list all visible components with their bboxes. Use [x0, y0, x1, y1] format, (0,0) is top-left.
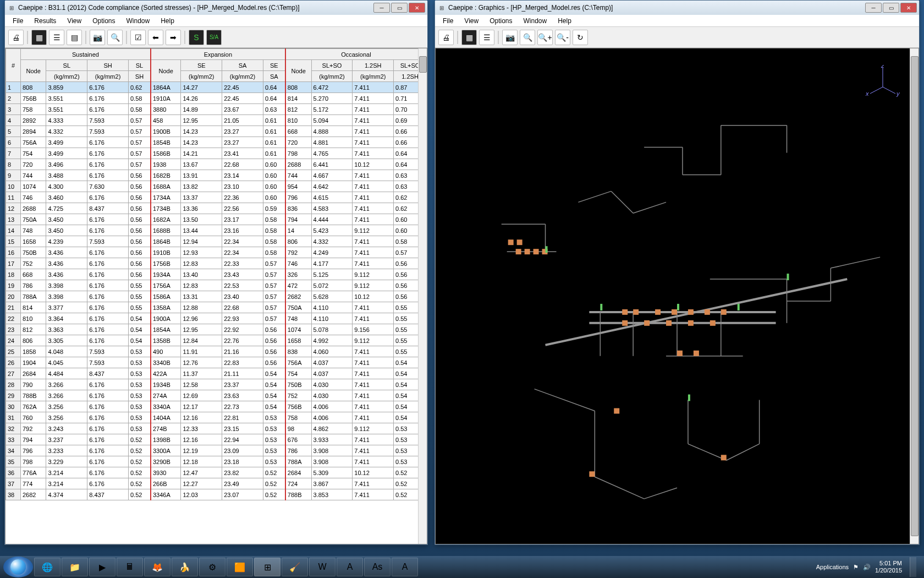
cell[interactable]: 0.56 — [263, 346, 285, 357]
cell[interactable]: 7.411 — [353, 148, 394, 159]
cell[interactable]: 798 — [285, 148, 311, 159]
cell[interactable]: 37 — [6, 478, 21, 489]
cell[interactable]: 7.411 — [353, 302, 394, 313]
cell[interactable]: 22.33 — [222, 258, 263, 269]
cell[interactable]: 6.176 — [87, 324, 129, 335]
cell[interactable]: 720 — [20, 159, 46, 170]
cell[interactable]: 98 — [285, 423, 311, 434]
cell[interactable]: 6.176 — [87, 445, 129, 456]
cell[interactable]: 4.037 — [311, 357, 353, 368]
cell[interactable]: 4.048 — [46, 346, 87, 357]
cell[interactable]: 3.214 — [46, 467, 87, 478]
cell[interactable]: 10 — [6, 181, 21, 192]
cell[interactable]: 1358B — [151, 335, 181, 346]
maximize-button[interactable]: ▭ — [391, 3, 408, 13]
cell[interactable]: 3340B — [151, 357, 181, 368]
cell[interactable]: 754 — [285, 368, 311, 379]
cell[interactable]: 5.270 — [311, 93, 353, 104]
col-sa[interactable]: SA — [222, 60, 263, 71]
cell[interactable]: 0.57 — [128, 159, 150, 170]
cell[interactable]: 8.437 — [87, 368, 129, 379]
cell[interactable]: 0.53 — [128, 379, 150, 390]
cell[interactable]: 23.43 — [222, 269, 263, 280]
cell[interactable]: 758 — [20, 104, 46, 115]
table-row[interactable]: 147483.4506.1760.561688B13.4423.160.5814… — [6, 225, 427, 236]
cell[interactable]: 4.030 — [311, 379, 353, 390]
cell[interactable]: 3.933 — [311, 434, 353, 445]
cell[interactable]: 13.50 — [181, 214, 222, 225]
cell[interactable]: 6.176 — [87, 478, 129, 489]
cell[interactable]: 6.472 — [311, 82, 353, 93]
cell[interactable]: 7.411 — [353, 137, 394, 148]
cell[interactable]: 22.34 — [222, 236, 263, 247]
cell[interactable]: 758 — [285, 412, 311, 423]
app-icon[interactable]: ⚙ — [199, 558, 226, 576]
cell[interactable]: 0.58 — [128, 93, 150, 104]
cell[interactable]: 4.881 — [311, 137, 353, 148]
table-row[interactable]: 6756A3.4996.1760.571854B14.2323.270.6172… — [6, 137, 427, 148]
cell[interactable]: 0.61 — [263, 137, 285, 148]
cell[interactable]: 3346A — [151, 489, 181, 500]
cell[interactable]: 0.52 — [128, 467, 150, 478]
3d-viewport[interactable]: z x y — [436, 48, 919, 544]
cell[interactable]: 7.411 — [353, 401, 394, 412]
cell[interactable]: 22.92 — [222, 324, 263, 335]
cell[interactable]: 3 — [6, 104, 21, 115]
cell[interactable]: 326 — [285, 269, 311, 280]
table-row[interactable]: 238123.3636.1760.541854A12.9522.920.5610… — [6, 324, 427, 335]
cell[interactable]: 20 — [6, 291, 21, 302]
table-row[interactable]: 117463.4606.1760.561734A13.3722.360.6079… — [6, 192, 427, 203]
cell[interactable]: 6.176 — [87, 104, 129, 115]
cell[interactable]: 7 — [6, 148, 21, 159]
cell[interactable]: 4.332 — [46, 126, 87, 137]
cell[interactable]: 23.07 — [222, 489, 263, 500]
cell[interactable]: 36 — [6, 467, 21, 478]
cell[interactable]: 744 — [285, 170, 311, 181]
cell[interactable]: 12.19 — [181, 445, 222, 456]
cell[interactable]: 7.411 — [353, 456, 394, 467]
cell[interactable]: 1756B — [151, 258, 181, 269]
app-icon[interactable]: 🟧 — [227, 558, 253, 576]
cell[interactable]: 15 — [6, 236, 21, 247]
table-row[interactable]: 77543.4996.1760.571586B14.2123.410.61798… — [6, 148, 427, 159]
cell[interactable]: 0.64 — [263, 93, 285, 104]
cell[interactable]: 21.11 — [222, 368, 263, 379]
cell[interactable]: 0.56 — [263, 357, 285, 368]
cell[interactable]: 1900A — [151, 313, 181, 324]
cell[interactable]: 24 — [6, 335, 21, 346]
cell[interactable]: 6.176 — [87, 335, 129, 346]
cell[interactable]: 21.05 — [222, 115, 263, 126]
cell[interactable]: 0.58 — [128, 104, 150, 115]
cell[interactable]: 22.93 — [222, 313, 263, 324]
cell[interactable]: 4.006 — [311, 401, 353, 412]
cell[interactable]: 0.57 — [263, 258, 285, 269]
cell[interactable]: 4.110 — [311, 313, 353, 324]
cell[interactable]: 12.95 — [181, 115, 222, 126]
cell[interactable]: 4.444 — [311, 214, 353, 225]
col-slsh[interactable]: SL — [128, 60, 150, 71]
cell[interactable]: 3.377 — [46, 302, 87, 313]
cell[interactable]: 18 — [6, 269, 21, 280]
menu-window[interactable]: Window — [121, 16, 156, 26]
cell[interactable]: 3.450 — [46, 225, 87, 236]
cell[interactable]: 6.176 — [87, 247, 129, 258]
cell[interactable]: 38 — [6, 489, 21, 500]
zoom-button[interactable]: 🔍 — [107, 30, 123, 45]
cell[interactable]: 1358A — [151, 302, 181, 313]
cell[interactable]: 3.496 — [46, 159, 87, 170]
rotate-button[interactable]: ↻ — [573, 30, 588, 45]
cell[interactable]: 23.37 — [222, 379, 263, 390]
cell[interactable]: 21 — [6, 302, 21, 313]
cell[interactable]: 23.67 — [222, 104, 263, 115]
cell[interactable]: 6.176 — [87, 456, 129, 467]
menu-window[interactable]: Window — [518, 16, 553, 26]
table-row[interactable]: 87203.4966.1760.57193813.6722.680.602688… — [6, 159, 427, 170]
cell[interactable]: 776A — [20, 467, 46, 478]
cell[interactable]: 6.176 — [87, 423, 129, 434]
cell[interactable]: 12.33 — [181, 423, 222, 434]
cell[interactable]: 0.52 — [128, 445, 150, 456]
cell[interactable]: 3.908 — [311, 456, 353, 467]
cell[interactable]: 22.45 — [222, 93, 263, 104]
cell[interactable]: 0.57 — [263, 269, 285, 280]
cell[interactable]: 9.112 — [353, 225, 394, 236]
